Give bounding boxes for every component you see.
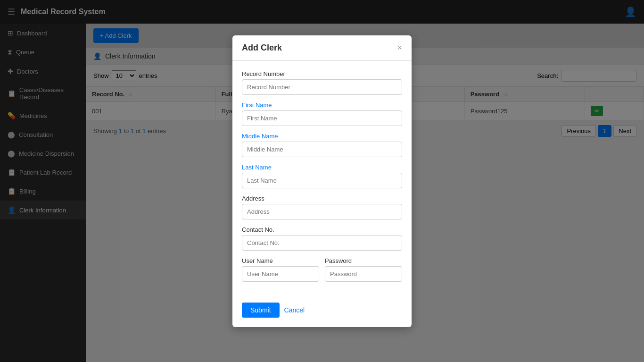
first-name-input[interactable]	[242, 110, 402, 126]
user-password-row: User Name Password	[242, 257, 402, 288]
password-label: Password	[325, 257, 402, 264]
last-name-input[interactable]	[242, 173, 402, 188]
address-input[interactable]	[242, 204, 402, 219]
address-group: Address	[242, 195, 402, 219]
middle-name-input[interactable]	[242, 142, 402, 157]
modal-footer: Submit Cancel	[232, 298, 412, 327]
first-name-group: First Name	[242, 101, 402, 126]
contact-label: Contact No.	[242, 226, 402, 233]
address-label: Address	[242, 195, 402, 202]
submit-button[interactable]: Submit	[242, 303, 280, 318]
last-name-group: Last Name	[242, 164, 402, 188]
last-name-label: Last Name	[242, 164, 402, 171]
contact-group: Contact No.	[242, 226, 402, 251]
password-group: Password	[325, 257, 402, 282]
contact-input[interactable]	[242, 235, 402, 251]
middle-name-label: Middle Name	[242, 133, 402, 140]
record-number-group: Record Number	[242, 70, 402, 95]
first-name-label: First Name	[242, 101, 402, 109]
record-number-label: Record Number	[242, 70, 402, 77]
record-number-input[interactable]	[242, 79, 402, 95]
user-name-input[interactable]	[242, 266, 319, 282]
cancel-button[interactable]: Cancel	[284, 303, 305, 318]
user-name-label: User Name	[242, 257, 319, 264]
modal-overlay: Add Clerk × Record Number First Name Mid…	[0, 0, 644, 362]
middle-name-group: Middle Name	[242, 133, 402, 157]
modal-title: Add Clerk	[242, 43, 282, 53]
user-name-group: User Name	[242, 257, 319, 282]
password-input[interactable]	[325, 266, 402, 282]
modal-close-button[interactable]: ×	[397, 43, 402, 52]
modal-body: Record Number First Name Middle Name Las…	[232, 61, 412, 298]
add-clerk-modal: Add Clerk × Record Number First Name Mid…	[232, 35, 412, 327]
modal-header: Add Clerk ×	[232, 35, 412, 61]
